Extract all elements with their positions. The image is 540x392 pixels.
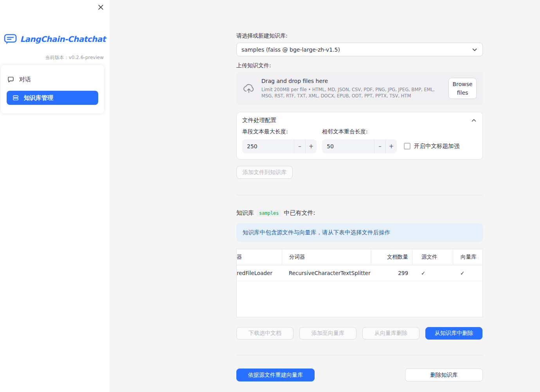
max-length-label: 单段文本最大长度:	[242, 128, 317, 135]
cell-loader: redFileLoader	[237, 265, 282, 281]
kb-files-suffix: 中已有文件:	[284, 209, 315, 217]
divider	[236, 195, 483, 195]
kb-select-value: samples (faiss @ bge-large-zh-v1.5)	[241, 47, 340, 53]
add-to-vector-store-button[interactable]: 添加至向量库	[299, 327, 356, 340]
file-config-expander: 文件处理配置 单段文本最大长度: 250 – + 相邻文本重合长度:	[236, 112, 483, 160]
cell-splitter: RecursiveCharacterTextSplitter	[282, 265, 371, 281]
logo-text: LangChain-Chatchat	[20, 34, 106, 44]
col-header-doc-count: 文档数量	[371, 249, 412, 265]
checkbox-icon	[404, 143, 410, 149]
browse-files-button[interactable]: Browse files	[448, 78, 477, 99]
checkbox-label: 开启中文标题加强	[414, 142, 459, 150]
increment-button[interactable]: +	[305, 139, 317, 153]
col-header-source-file: 源文件	[412, 249, 453, 265]
overlap-stepper[interactable]: 50 – +	[322, 139, 397, 153]
info-banner-text: 知识库中包含源文件与向量库，请从下表中选择文件后操作	[243, 229, 390, 236]
main-area: 请选择或新建知识库: samples (faiss @ bge-large-zh…	[110, 0, 540, 392]
sidebar-item-label: 对话	[19, 76, 31, 83]
cell-vector-check: ✓	[453, 265, 482, 281]
expander-header[interactable]: 文件处理配置	[237, 112, 482, 128]
table-header-row: 器 分词器 文档数量 源文件 向量库	[237, 249, 482, 265]
download-selected-button[interactable]: 下载选中文档	[236, 327, 293, 340]
app-logo: LangChain-Chatchat	[0, 34, 110, 45]
knowledge-base-icon	[13, 95, 19, 101]
zh-title-enhance-checkbox[interactable]: 开启中文标题加强	[404, 139, 459, 153]
divider	[236, 355, 483, 355]
overlap-field: 相邻文本重合长度: 50 – +	[322, 128, 397, 153]
max-length-field: 单段文本最大长度: 250 – +	[242, 128, 317, 153]
dropzone-text: Drag and drop files here Limit 200MB per…	[261, 78, 445, 99]
info-banner: 知识库中包含源文件与向量库，请从下表中选择文件后操作	[236, 223, 483, 242]
sidebar-item-knowledge-base[interactable]: 知识库管理	[7, 91, 98, 105]
overlap-label: 相邻文本重合长度:	[322, 128, 397, 135]
dropzone-limit: Limit 200MB per file • HTML, MD, JSON, C…	[261, 86, 445, 99]
col-header-vector-store: 向量库	[453, 249, 482, 265]
chat-bubble-icon	[7, 76, 14, 83]
decrement-button[interactable]: –	[374, 139, 385, 153]
kb-select-label: 请选择或新建知识库:	[236, 32, 483, 40]
sidebar-nav: 对话 知识库管理	[1, 65, 104, 113]
rebuild-vector-store-button[interactable]: 依据源文件重建向量库	[236, 369, 315, 381]
table-row[interactable]: redFileLoader RecursiveCharacterTextSpli…	[237, 265, 482, 281]
logo-chat-icon	[4, 34, 17, 45]
cloud-upload-icon	[243, 83, 255, 94]
sidebar-item-label: 知识库管理	[24, 94, 53, 102]
upload-label: 上传知识文件:	[236, 62, 483, 69]
file-dropzone[interactable]: Drag and drop files here Limit 200MB per…	[236, 72, 483, 105]
kb-files-heading: 知识库 samples 中已有文件:	[236, 209, 483, 217]
close-sidebar-icon[interactable]	[97, 4, 104, 11]
dropzone-title: Drag and drop files here	[261, 78, 445, 84]
col-header-splitter: 分词器	[282, 249, 371, 265]
kb-files-prefix: 知识库	[236, 209, 254, 217]
sidebar: LangChain-Chatchat 当前版本：v0.2.6-preview 对…	[0, 0, 110, 392]
delete-from-vector-store-button[interactable]: 从向量库删除	[362, 327, 419, 340]
chevron-down-icon	[472, 47, 478, 53]
kb-name-code: samples	[257, 210, 281, 217]
chevron-up-icon	[471, 117, 477, 124]
file-action-buttons: 下载选中文档 添加至向量库 从向量库删除 从知识库中删除	[236, 327, 483, 340]
kb-select[interactable]: samples (faiss @ bge-large-zh-v1.5)	[236, 43, 483, 56]
delete-kb-button[interactable]: 删除知识库	[405, 369, 483, 381]
max-length-stepper[interactable]: 250 – +	[242, 139, 317, 153]
cell-doc-count: 299	[371, 265, 412, 281]
cell-source-check: ✓	[412, 265, 453, 281]
delete-from-kb-button[interactable]: 从知识库中删除	[425, 327, 482, 340]
kb-bottom-buttons: 依据源文件重建向量库 删除知识库	[236, 369, 483, 381]
kb-files-table[interactable]: 器 分词器 文档数量 源文件 向量库 redFileLoader Recursi…	[236, 249, 483, 317]
increment-button[interactable]: +	[385, 139, 397, 153]
version-label: 当前版本：v0.2.6-preview	[45, 54, 104, 61]
col-header-loader: 器	[237, 249, 282, 265]
expander-title: 文件处理配置	[242, 117, 276, 124]
add-files-button[interactable]: 添加文件到知识库	[236, 166, 293, 179]
content-column: 请选择或新建知识库: samples (faiss @ bge-large-zh…	[236, 0, 483, 381]
decrement-button[interactable]: –	[294, 139, 305, 153]
max-length-value[interactable]: 250	[242, 139, 294, 153]
overlap-value[interactable]: 50	[322, 139, 374, 153]
sidebar-item-dialogue[interactable]: 对话	[1, 73, 104, 86]
